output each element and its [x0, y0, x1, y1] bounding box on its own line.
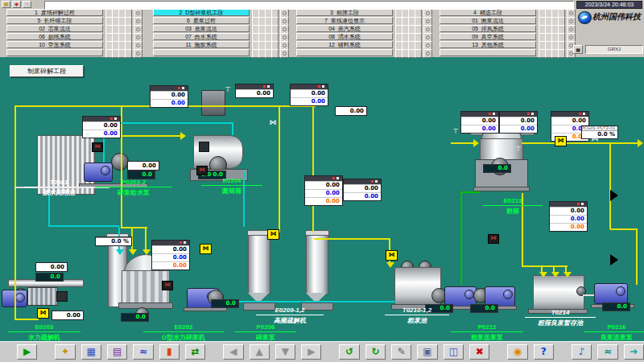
redo-button[interactable]: ↻ [365, 344, 386, 360]
menu-button[interactable]: 07_白水系统 [153, 33, 250, 40]
menu-button[interactable]: 01_面浆流送 [440, 17, 536, 24]
menu-button[interactable]: 10_空压系统 [6, 41, 103, 48]
menu-button[interactable]: 4_精选工段 [440, 9, 536, 16]
menu-button[interactable]: 06_损纸系统 [6, 33, 103, 40]
shutoff-valve-icon[interactable]: ⋈ [488, 234, 499, 244]
meter-pen-icon [583, 113, 585, 115]
butterfly-valve-icon[interactable]: ⋈ [589, 134, 601, 142]
meter-value: 0.00 [551, 117, 588, 125]
shutoff-valve-icon[interactable]: ⋈ [162, 281, 173, 290]
pipe [232, 122, 233, 135]
delete-button[interactable]: ✖ [469, 344, 489, 360]
menu-button[interactable]: 11_施胶系统 [153, 41, 250, 48]
instrument-display[interactable]: 0.00 [235, 84, 274, 98]
instrument-display[interactable]: 0.000.00 [150, 85, 188, 108]
menu-button[interactable]: 04_蒸汽系统 [296, 25, 393, 32]
audio-button[interactable]: ♪ [572, 344, 592, 360]
undo-button[interactable]: ↺ [339, 344, 359, 360]
manual-valve-icon[interactable]: ┬ [452, 126, 460, 134]
edit-button[interactable]: ✎ [391, 344, 411, 360]
menu-button[interactable]: 08_清水系统 [296, 33, 393, 40]
manual-valve-icon[interactable]: ┬ [84, 131, 92, 138]
menu-button[interactable]: 05_排风系统 [440, 25, 536, 32]
alarm-button[interactable]: ◉ [507, 344, 527, 360]
instrument-display[interactable]: 0.000.000.00 [549, 201, 588, 232]
instrument-display[interactable]: 0.00 [335, 106, 367, 116]
meter-tag-icon [180, 241, 182, 244]
instrument-display[interactable]: 0.000.00 [499, 111, 538, 134]
nav-down-button[interactable]: ▼ [275, 344, 295, 360]
temperature-button[interactable]: ▮ [159, 344, 180, 360]
menu-button[interactable] [6, 49, 103, 56]
menu-cell[interactable] [415, 49, 422, 58]
solenoid-valve-icon[interactable]: ⋈ [386, 250, 398, 261]
meter-value: 0.00 [152, 245, 189, 253]
instrument-display[interactable]: 0.000.000.00 [151, 240, 190, 270]
menu-cell[interactable] [125, 49, 132, 58]
solenoid-valve-icon[interactable]: ⋈ [267, 229, 279, 240]
status-button[interactable]: ○ [23, 1, 31, 8]
solenoid-valve-icon[interactable]: ⋈ [37, 308, 49, 319]
menu-button[interactable]: 7_浆线液位显示 [296, 17, 393, 24]
instrument-display[interactable]: 0.00 [35, 262, 68, 272]
instrument-display[interactable]: 0.000.00 [290, 84, 328, 106]
menu-button[interactable]: 1_废纸碎解过程 [6, 9, 103, 16]
manual-valve-icon[interactable]: ┬ [224, 84, 232, 92]
menu-cell[interactable] [271, 49, 279, 58]
menu-cell[interactable] [558, 49, 565, 58]
nav-up-button[interactable]: ▲ [250, 344, 270, 360]
print-button[interactable]: ▣ [417, 344, 437, 360]
vessel-e0209-1[interactable] [248, 235, 270, 294]
vessel-e0209-2[interactable] [306, 235, 328, 294]
feeder-machine[interactable] [201, 90, 225, 116]
manual-valve-icon[interactable]: ┬ [514, 144, 522, 151]
instrument-display[interactable]: 0.000.00 [460, 111, 499, 134]
pump-p0216[interactable] [594, 283, 628, 304]
positioner-display[interactable]: 0.0 % [95, 237, 132, 246]
menu-button[interactable]: 02_芯浆流送 [6, 25, 103, 32]
instrument-display[interactable]: 0.00 [52, 311, 84, 320]
meter-value: 0.00 [305, 181, 342, 189]
report-button[interactable]: ▦ [81, 344, 101, 360]
menu-row: 4_精选工段 [440, 9, 583, 16]
flow-arrow-icon [142, 249, 151, 255]
system-grid-button[interactable]: ▦ [2, 1, 10, 8]
save-button[interactable]: ◫ [444, 344, 464, 360]
menu-button[interactable]: 09_真空系统 [440, 33, 536, 40]
chart-button[interactable]: ≈ [597, 344, 617, 360]
message-field[interactable] [44, 1, 574, 10]
menu-button[interactable]: 13_其他系统 [440, 41, 536, 48]
menu-button[interactable]: 2_D型碎浆机工段 [153, 9, 250, 16]
menu-button[interactable] [296, 49, 393, 56]
page-title-button[interactable]: 制浆碎解工段 [10, 65, 84, 77]
shutoff-valve-icon[interactable]: ⋈ [196, 166, 208, 175]
solenoid-valve-icon[interactable]: ⋈ [200, 244, 212, 254]
solenoid-valve-icon[interactable]: ⋈ [555, 136, 567, 146]
instrument-display[interactable]: 0.000.000.00 [304, 175, 343, 206]
trend-button[interactable]: ≈ [133, 344, 153, 360]
deflaker-e0203[interactable] [27, 287, 58, 306]
session-icon-button[interactable]: ▦ [573, 45, 583, 54]
menu-button[interactable] [153, 49, 250, 56]
login-key-button[interactable]: ✦ [55, 344, 75, 360]
menu-button[interactable]: 03_底浆流送 [153, 25, 250, 32]
nav-back-button[interactable]: ◀ [223, 344, 243, 360]
datasheet-button[interactable]: ▤ [107, 344, 127, 360]
menu-button[interactable]: 5_长纤维工段 [6, 17, 103, 24]
instrument-display[interactable]: 0.000.00 [343, 179, 382, 201]
menu-button[interactable]: 6_磨浆过程 [153, 17, 250, 24]
session-field[interactable]: GRXJ [585, 45, 643, 54]
nav-forward-button[interactable]: ▶ [301, 344, 321, 360]
motor-p0203-2[interactable] [111, 153, 129, 171]
exit-button[interactable]: ➔ [624, 344, 644, 360]
butterfly-valve-icon[interactable]: ⋈ [267, 118, 279, 126]
menu-button[interactable]: 3_粗筛工段 [296, 9, 393, 16]
menu-button[interactable] [440, 49, 536, 56]
menu-button[interactable]: 12_辅料系统 [296, 41, 393, 48]
instrument-display[interactable]: 0.00 [127, 161, 159, 171]
help-button[interactable]: ? [534, 344, 554, 360]
shutoff-valve-icon[interactable]: ⋈ [92, 142, 103, 152]
alarm-ack-button[interactable]: ◆ [12, 1, 21, 8]
transfer-button[interactable]: ⇄ [185, 344, 205, 360]
run-button[interactable]: ▶ [17, 344, 37, 360]
